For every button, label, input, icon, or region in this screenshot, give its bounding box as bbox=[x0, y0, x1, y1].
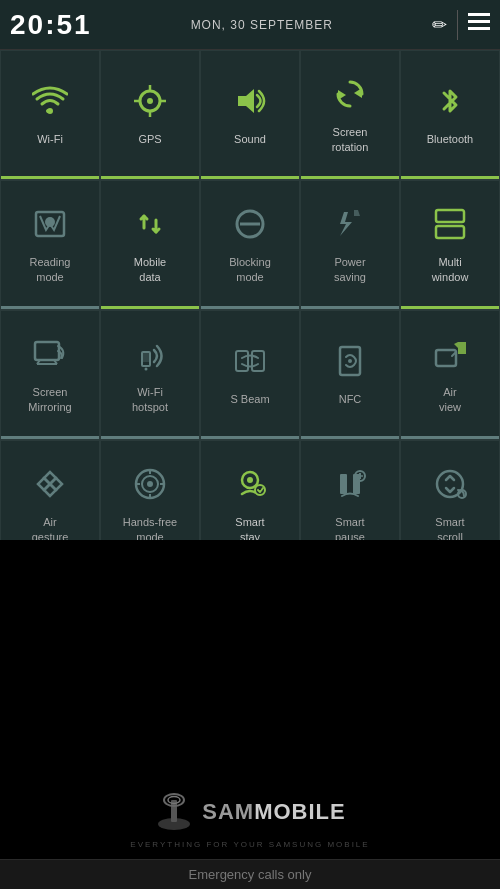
bluetooth-label: Bluetooth bbox=[427, 132, 473, 146]
smart-scroll-icon bbox=[432, 466, 468, 507]
air-view-toggle[interactable]: Airview bbox=[400, 310, 500, 440]
edit-icon[interactable]: ✏ bbox=[432, 14, 447, 36]
svg-rect-2 bbox=[468, 27, 490, 30]
nfc-toggle[interactable]: NFC bbox=[300, 310, 400, 440]
screen-rotation-label: Screenrotation bbox=[332, 125, 369, 154]
multi-window-toggle[interactable]: Multiwindow bbox=[400, 180, 500, 310]
svg-marker-11 bbox=[354, 88, 362, 98]
screen-rotation-toggle[interactable]: Screenrotation bbox=[300, 50, 400, 180]
multi-window-bar bbox=[401, 306, 499, 309]
mobile-data-icon bbox=[132, 206, 168, 247]
screen-mirroring-bar bbox=[1, 436, 99, 439]
nfc-bar bbox=[301, 436, 399, 439]
wifi-toggle[interactable]: Wi-Fi bbox=[0, 50, 100, 180]
svg-marker-10 bbox=[238, 89, 254, 113]
svg-rect-1 bbox=[468, 20, 490, 23]
date-display: MON, 30 SEPTEMBER bbox=[92, 18, 432, 32]
svg-marker-12 bbox=[338, 90, 346, 100]
qs-row-2: Readingmode Mobiledata bbox=[0, 180, 500, 310]
logo-text: SAMMOBILE bbox=[202, 799, 345, 825]
smart-stay-icon bbox=[232, 466, 268, 507]
gps-icon bbox=[132, 83, 168, 124]
gps-bar bbox=[101, 176, 199, 179]
gps-toggle[interactable]: GPS bbox=[100, 50, 200, 180]
svg-point-37 bbox=[247, 477, 253, 483]
power-saving-bar bbox=[301, 306, 399, 309]
svg-rect-19 bbox=[35, 342, 59, 360]
screen-mirroring-toggle[interactable]: ScreenMirroring bbox=[0, 310, 100, 440]
air-view-icon bbox=[432, 336, 468, 377]
menu-icon[interactable] bbox=[468, 13, 490, 36]
smart-pause-icon bbox=[332, 466, 368, 507]
power-saving-icon bbox=[332, 206, 368, 247]
svg-rect-25 bbox=[252, 351, 264, 371]
hands-free-icon bbox=[132, 466, 168, 507]
svg-rect-18 bbox=[436, 226, 464, 238]
reading-mode-icon bbox=[32, 206, 68, 247]
blocking-mode-icon bbox=[232, 206, 268, 247]
svg-rect-17 bbox=[436, 210, 464, 222]
wifi-hotspot-label: Wi-Fihotspot bbox=[132, 385, 168, 414]
svg-rect-22 bbox=[143, 353, 149, 362]
svg-point-3 bbox=[47, 108, 53, 114]
qs-row-1: Wi-Fi GPS bbox=[0, 50, 500, 180]
sound-icon bbox=[232, 83, 268, 124]
mobile-data-bar bbox=[101, 306, 199, 309]
bluetooth-toggle[interactable]: Bluetooth bbox=[400, 50, 500, 180]
bottom-area: SAMMOBILE EVERYTHING FOR YOUR SAMSUNG MO… bbox=[0, 540, 500, 859]
emergency-bar: Emergency calls only bbox=[0, 859, 500, 889]
gps-label: GPS bbox=[138, 132, 161, 146]
air-view-label: Airview bbox=[439, 385, 461, 414]
air-view-bar bbox=[401, 436, 499, 439]
screen-mirroring-label: ScreenMirroring bbox=[28, 385, 71, 414]
svg-rect-0 bbox=[468, 13, 490, 16]
s-beam-bar bbox=[201, 436, 299, 439]
svg-point-5 bbox=[147, 98, 153, 104]
svg-rect-40 bbox=[353, 474, 360, 494]
power-saving-label: Powersaving bbox=[334, 255, 366, 284]
qs-row-3: ScreenMirroring Wi-Fihotspot bbox=[0, 310, 500, 440]
svg-rect-28 bbox=[436, 350, 456, 366]
wifi-hotspot-toggle[interactable]: Wi-Fihotspot bbox=[100, 310, 200, 440]
wifi-bar bbox=[1, 176, 99, 179]
logo-antenna-icon bbox=[154, 792, 194, 832]
svg-point-23 bbox=[145, 368, 148, 371]
screen-rotation-icon bbox=[332, 76, 368, 117]
reading-mode-bar bbox=[1, 306, 99, 309]
svg-point-31 bbox=[147, 481, 153, 487]
wifi-hotspot-bar bbox=[101, 436, 199, 439]
s-beam-icon bbox=[232, 343, 268, 384]
screen-mirroring-icon bbox=[32, 336, 68, 377]
wifi-label: Wi-Fi bbox=[37, 132, 63, 146]
blocking-mode-toggle[interactable]: Blockingmode bbox=[200, 180, 300, 310]
mobile-data-toggle[interactable]: Mobiledata bbox=[100, 180, 200, 310]
nfc-icon bbox=[332, 343, 368, 384]
bluetooth-bar bbox=[401, 176, 499, 179]
svg-rect-24 bbox=[236, 351, 248, 371]
sammobile-logo: SAMMOBILE bbox=[154, 792, 345, 832]
mobile-data-label: Mobiledata bbox=[134, 255, 166, 284]
multi-window-icon bbox=[432, 206, 468, 247]
reading-mode-toggle[interactable]: Readingmode bbox=[0, 180, 100, 310]
sound-bar bbox=[201, 176, 299, 179]
status-bar: 20:51 MON, 30 SEPTEMBER ✏ bbox=[0, 0, 500, 50]
bluetooth-icon bbox=[432, 83, 468, 124]
divider bbox=[457, 10, 458, 40]
multi-window-label: Multiwindow bbox=[432, 255, 469, 284]
clock: 20:51 bbox=[10, 9, 92, 41]
s-beam-toggle[interactable]: S Beam bbox=[200, 310, 300, 440]
emergency-text: Emergency calls only bbox=[189, 867, 312, 882]
screen-rotation-bar bbox=[301, 176, 399, 179]
s-beam-label: S Beam bbox=[230, 392, 269, 406]
sound-toggle[interactable]: Sound bbox=[200, 50, 300, 180]
nfc-label: NFC bbox=[339, 392, 362, 406]
blocking-mode-label: Blockingmode bbox=[229, 255, 271, 284]
status-icons: ✏ bbox=[432, 10, 490, 40]
blocking-mode-bar bbox=[201, 306, 299, 309]
tagline: EVERYTHING FOR YOUR SAMSUNG MOBILE bbox=[130, 840, 369, 849]
svg-point-27 bbox=[348, 359, 352, 363]
wifi-hotspot-icon bbox=[132, 336, 168, 377]
sound-label: Sound bbox=[234, 132, 266, 146]
svg-rect-39 bbox=[340, 474, 347, 494]
power-saving-toggle[interactable]: Powersaving bbox=[300, 180, 400, 310]
